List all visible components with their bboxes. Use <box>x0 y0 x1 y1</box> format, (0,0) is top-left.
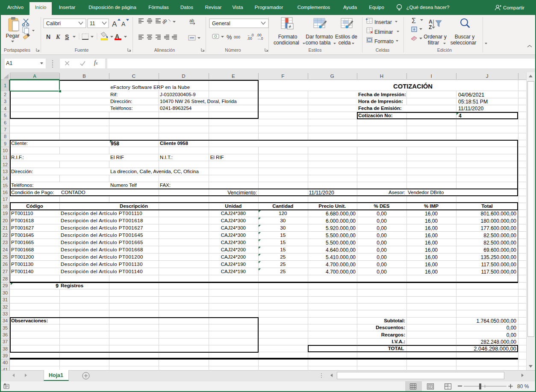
svg-text:×: × <box>370 29 373 35</box>
svg-text:.00: .00 <box>247 36 252 41</box>
svg-text:A: A <box>429 19 433 25</box>
svg-text:K: K <box>56 34 61 40</box>
svg-text:ab: ab <box>189 18 194 23</box>
svg-text:A: A <box>121 21 126 27</box>
svg-text:Σ: Σ <box>412 17 416 24</box>
svg-text:%: % <box>227 34 232 41</box>
svg-text:General: General <box>212 21 230 27</box>
svg-text:≠: ≠ <box>289 24 291 29</box>
svg-text:Z: Z <box>429 24 432 30</box>
svg-text:A: A <box>112 20 117 28</box>
svg-text:→.0: →.0 <box>256 36 263 41</box>
svg-text:S: S <box>65 33 69 40</box>
svg-text:ab: ab <box>161 18 168 25</box>
svg-text:000: 000 <box>234 35 240 39</box>
svg-text:N: N <box>46 33 50 40</box>
